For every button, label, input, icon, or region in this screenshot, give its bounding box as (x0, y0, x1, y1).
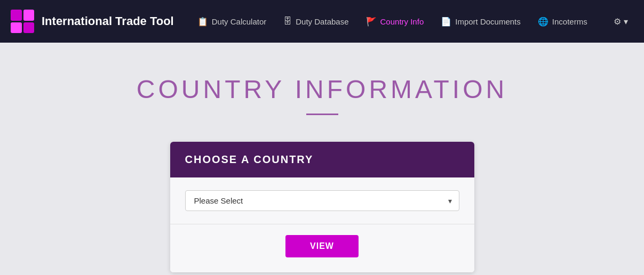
country-select[interactable]: Please Select (185, 190, 459, 211)
card-body: Please Select ▾ (170, 177, 474, 224)
country-card: CHOOSE A COUNTRY Please Select ▾ VIEW (170, 142, 474, 272)
nav-item-incoterms[interactable]: 🌐 Incoterms (530, 12, 595, 31)
card-footer: VIEW (170, 224, 474, 272)
view-button[interactable]: VIEW (285, 235, 359, 257)
title-underline (306, 114, 338, 115)
country-select-wrapper: Please Select ▾ (185, 190, 459, 211)
duty-calculator-icon: 📋 (197, 17, 208, 27)
navbar: International Trade Tool 📋 Duty Calculat… (0, 0, 644, 43)
nav-item-duty-calculator[interactable]: 📋 Duty Calculator (190, 12, 274, 31)
card-header-title: CHOOSE A COUNTRY (185, 153, 314, 165)
brand-logo (11, 10, 34, 33)
import-documents-icon: 📄 (441, 17, 451, 27)
logo-square-tr (23, 10, 35, 21)
nav-label-import-documents: Import Documents (455, 17, 521, 26)
nav-item-import-documents[interactable]: 📄 Import Documents (433, 12, 528, 31)
settings-menu[interactable]: ⚙ ▾ (608, 12, 633, 31)
nav-label-duty-database: Duty Database (296, 17, 348, 26)
nav-item-duty-database[interactable]: 🗄 Duty Database (276, 12, 356, 30)
logo-square-bl (11, 22, 22, 34)
logo-square-br (23, 22, 35, 34)
settings-chevron-icon: ▾ (624, 17, 628, 27)
settings-icon: ⚙ (614, 17, 621, 27)
nav-item-country-info[interactable]: 🚩 Country Info (359, 12, 432, 31)
card-header: CHOOSE A COUNTRY (170, 142, 474, 177)
country-info-icon: 🚩 (366, 17, 377, 27)
brand-title: International Trade Tool (42, 14, 174, 28)
duty-database-icon: 🗄 (283, 17, 292, 26)
logo-square-tl (11, 10, 22, 21)
nav-items: 📋 Duty Calculator 🗄 Duty Database 🚩 Coun… (190, 12, 603, 31)
page-title: COUNTRY INFORMATION (137, 75, 507, 104)
nav-label-country-info: Country Info (380, 17, 424, 26)
brand: International Trade Tool (11, 10, 174, 33)
incoterms-icon: 🌐 (538, 17, 548, 27)
nav-label-duty-calculator: Duty Calculator (212, 17, 267, 26)
nav-label-incoterms: Incoterms (552, 17, 587, 26)
main-content: COUNTRY INFORMATION CHOOSE A COUNTRY Ple… (0, 43, 644, 275)
